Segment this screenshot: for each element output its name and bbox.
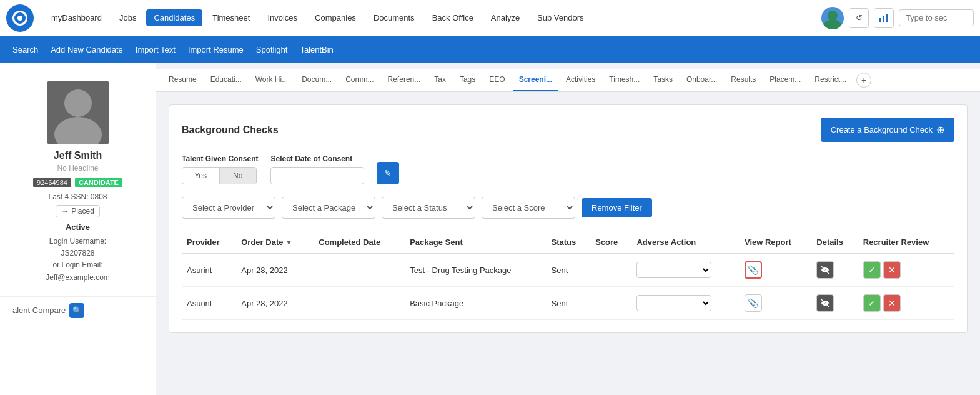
row1-details[interactable] <box>811 254 858 287</box>
tab-tasks[interactable]: Tasks <box>647 69 679 91</box>
row2-hide-icon[interactable] <box>816 294 834 312</box>
col-order-date[interactable]: Order Date ▼ <box>236 231 314 254</box>
row1-score <box>590 254 631 287</box>
status-filter[interactable]: Select a Status <box>382 197 475 219</box>
refresh-button[interactable]: ↺ <box>849 8 869 28</box>
col-score: Score <box>590 231 631 254</box>
subnav-import-resume[interactable]: Import Resume <box>188 42 244 57</box>
main-layout: Jeff Smith No Headline 92464984 CANDIDAT… <box>0 62 980 395</box>
toggle-no[interactable]: No <box>219 168 257 184</box>
tab-activities[interactable]: Activities <box>560 69 601 91</box>
nav-mydashboard[interactable]: myDashboard <box>44 9 109 26</box>
score-filter[interactable]: Select a Score <box>482 197 575 219</box>
svg-rect-4 <box>886 14 888 22</box>
tab-screening[interactable]: Screeni... <box>513 69 558 91</box>
status-active: Active <box>66 222 90 232</box>
avatar[interactable] <box>821 7 844 29</box>
row1-view-report[interactable]: 📎 <box>740 254 811 287</box>
tab-placement[interactable]: Placem... <box>763 69 807 91</box>
subnav-search[interactable]: Search <box>12 42 38 57</box>
nav-items: myDashboard Jobs Candidates Timesheet In… <box>44 9 821 26</box>
col-provider: Provider <box>182 231 236 254</box>
tab-timesheet[interactable]: Timesh... <box>603 69 646 91</box>
tab-eeo[interactable]: EEO <box>483 69 511 91</box>
row1-order-date: Apr 28, 2022 <box>236 254 314 287</box>
row1-x-icon[interactable]: ✕ <box>883 261 901 279</box>
tab-onboard[interactable]: Onboar... <box>680 69 723 91</box>
nav-documents[interactable]: Documents <box>366 9 422 26</box>
row2-view-report[interactable]: 📎 <box>740 287 811 320</box>
consent-date-group: Select Date of Consent <box>270 154 364 184</box>
toggle-yes[interactable]: Yes <box>182 168 219 184</box>
col-recruiter-review: Recruiter Review <box>858 231 954 254</box>
tab-restrictions[interactable]: Restrict... <box>808 69 853 91</box>
sidebar: Jeff Smith No Headline 92464984 CANDIDAT… <box>0 62 156 395</box>
row2-review-actions: ✓ ✕ <box>863 294 949 312</box>
row2-x-icon[interactable]: ✕ <box>883 294 901 312</box>
tab-communication[interactable]: Comm... <box>339 69 380 91</box>
placed-badge: → Placed <box>56 205 100 218</box>
nav-backoffice[interactable]: Back Office <box>425 9 481 26</box>
consent-toggle[interactable]: Yes No <box>182 167 257 184</box>
app-logo[interactable] <box>6 4 34 32</box>
search-input[interactable] <box>899 9 974 26</box>
subnav-spotlight[interactable]: Spotlight <box>256 42 288 57</box>
row2-recruiter-review[interactable]: ✓ ✕ <box>858 287 954 320</box>
tab-results[interactable]: Results <box>725 69 762 91</box>
row1-check-icon[interactable]: ✓ <box>863 261 881 279</box>
svg-point-0 <box>828 11 838 21</box>
edit-icon: ✎ <box>384 168 392 178</box>
row2-details[interactable] <box>811 287 858 320</box>
subnav-import-text[interactable]: Import Text <box>136 42 176 57</box>
consent-date-input[interactable] <box>270 167 364 184</box>
tab-tags[interactable]: Tags <box>453 69 482 91</box>
row2-check-icon[interactable]: ✓ <box>863 294 881 312</box>
create-background-check-button[interactable]: Create a Background Check ⊕ <box>821 118 954 142</box>
talent-compare[interactable]: alent Compare 🔍 <box>0 297 156 324</box>
talent-consent-label: Talent Given Consent <box>182 154 258 163</box>
tab-resume[interactable]: Resume <box>162 69 203 91</box>
sub-nav: Search Add New Candidate Import Text Imp… <box>0 36 980 62</box>
candidate-badges: 92464984 CANDIDATE <box>33 178 122 188</box>
nav-jobs[interactable]: Jobs <box>112 9 144 26</box>
sort-icon: ▼ <box>285 239 292 246</box>
tab-workhistory[interactable]: Work Hi... <box>249 69 294 91</box>
tab-education[interactable]: Educati... <box>204 69 248 91</box>
row1-adverse-action[interactable] <box>631 254 740 287</box>
col-status: Status <box>547 231 591 254</box>
row1-completed-date <box>314 254 405 287</box>
nav-invoices[interactable]: Invoices <box>260 9 305 26</box>
consent-section: Talent Given Consent Yes No Select Date … <box>182 154 954 184</box>
col-details: Details <box>811 231 858 254</box>
row1-adverse-action-select[interactable] <box>636 262 711 278</box>
tab-documents[interactable]: Docum... <box>295 69 338 91</box>
ssn-info: Last 4 SSN: 0808 <box>48 192 107 201</box>
nav-timesheet[interactable]: Timesheet <box>205 9 257 26</box>
nav-subvendors[interactable]: Sub Vendors <box>530 9 591 26</box>
row2-attachment-icon[interactable]: 📎 <box>745 294 762 312</box>
provider-filter[interactable]: Select a Provider <box>182 197 275 219</box>
tab-tax[interactable]: Tax <box>428 69 452 91</box>
tab-references[interactable]: Referen... <box>382 69 427 91</box>
subnav-add-new-candidate[interactable]: Add New Candidate <box>51 42 123 57</box>
nav-analyze[interactable]: Analyze <box>483 9 527 26</box>
compare-search-icon[interactable]: 🔍 <box>69 303 84 318</box>
package-filter[interactable]: Select a Package <box>282 197 375 219</box>
row1-recruiter-review[interactable]: ✓ ✕ <box>858 254 954 287</box>
row2-adverse-action-select[interactable] <box>636 295 711 311</box>
panel-title: Background Checks <box>182 124 279 136</box>
row2-adverse-action[interactable] <box>631 287 740 320</box>
consent-edit-button[interactable]: ✎ <box>377 162 399 184</box>
tab-add-button[interactable]: + <box>856 72 871 88</box>
chart-icon-button[interactable] <box>874 8 894 28</box>
row1-hide-icon[interactable] <box>816 261 834 279</box>
svg-point-1 <box>824 19 841 29</box>
svg-rect-2 <box>879 18 881 22</box>
nav-candidates[interactable]: Candidates <box>146 9 202 26</box>
remove-filter-button[interactable]: Remove Filter <box>582 198 652 218</box>
row2-actions: 📎 <box>745 294 806 312</box>
candidate-name: Jeff Smith <box>54 150 102 161</box>
row1-attachment-icon[interactable]: 📎 <box>745 261 762 279</box>
subnav-talentbin[interactable]: TalentBin <box>300 42 333 57</box>
nav-companies[interactable]: Companies <box>307 9 364 26</box>
